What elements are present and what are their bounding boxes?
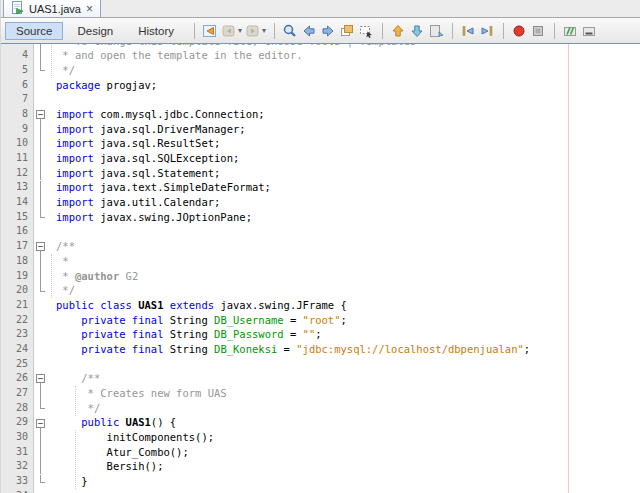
code-line[interactable] (47, 92, 640, 107)
code-line[interactable]: /** (47, 239, 640, 254)
chevron-down-icon[interactable]: ▾ (238, 26, 242, 35)
code-line[interactable]: import java.sql.Statement; (47, 166, 640, 181)
code-line[interactable]: */ (47, 283, 640, 298)
line-number[interactable]: 16 (1, 224, 33, 239)
tab-uas1-java[interactable]: UAS1.java × (3, 0, 101, 17)
code-line[interactable]: public class UAS1 extends javax.swing.JF… (47, 298, 640, 313)
back-icon (220, 22, 238, 40)
code-line[interactable]: */ (47, 401, 640, 416)
line-number[interactable]: 26 (1, 371, 33, 386)
line-number[interactable]: 19 (1, 269, 33, 284)
previous-bookmark-icon[interactable] (389, 22, 407, 40)
code-line[interactable] (47, 357, 640, 372)
code-line[interactable]: import java.sql.SQLException; (47, 151, 640, 166)
line-number[interactable]: 11 (1, 151, 33, 166)
history-view-button[interactable]: History (127, 22, 185, 40)
line-number[interactable]: 14 (1, 195, 33, 210)
code-line[interactable]: private final String DB_Koneksi = "jdbc:… (47, 342, 640, 357)
shift-right-icon[interactable] (478, 22, 496, 40)
code-area[interactable]: * To change this template file, choose T… (47, 44, 640, 493)
code-line[interactable]: import java.text.SimpleDateFormat; (47, 180, 640, 195)
code-line[interactable]: * @author G2 (47, 269, 640, 284)
fold-guide-mark (40, 136, 41, 151)
line-number[interactable]: 31 (1, 445, 33, 460)
code-token: * (56, 255, 69, 267)
rectangular-selection-icon[interactable] (357, 22, 375, 40)
line-number[interactable]: 33 (1, 474, 33, 489)
line-number[interactable]: 22 (1, 313, 33, 328)
highlight-search-icon[interactable] (338, 22, 356, 40)
line-number-gutter[interactable]: 3456789101112131415161718192021222324252… (1, 44, 34, 493)
code-line[interactable]: /** (47, 371, 640, 386)
code-line[interactable]: Atur_Combo(); (47, 445, 640, 460)
chevron-down-icon[interactable]: ▾ (262, 26, 266, 35)
line-number[interactable]: 30 (1, 430, 33, 445)
code-line[interactable]: * Creates new form UAS (47, 386, 640, 401)
find-previous-icon[interactable] (300, 22, 318, 40)
source-editor[interactable]: 3456789101112131415161718192021222324252… (1, 44, 640, 493)
fold-collapse-box[interactable]: − (36, 242, 45, 251)
comment-icon[interactable] (561, 22, 579, 40)
source-view-button[interactable]: Source (5, 22, 63, 40)
last-edit-icon[interactable] (201, 22, 219, 40)
line-number[interactable]: 8 (1, 107, 33, 122)
line-number[interactable]: 5 (1, 63, 33, 78)
line-number[interactable]: 32 (1, 459, 33, 474)
uncomment-icon[interactable] (580, 22, 598, 40)
line-number[interactable]: 27 (1, 386, 33, 401)
code-line[interactable]: import java.sql.DriverManager; (47, 122, 640, 137)
fold-collapse-box[interactable]: − (36, 110, 45, 119)
line-number[interactable]: 20 (1, 283, 33, 298)
code-line[interactable]: private final String DB_Username = "root… (47, 313, 640, 328)
record-macro-icon[interactable] (510, 22, 528, 40)
code-token: * (56, 270, 75, 282)
toolbar-separator (452, 23, 453, 39)
code-token: */ (56, 284, 75, 296)
code-line[interactable]: import java.util.Calendar; (47, 195, 640, 210)
code-line[interactable]: import com.mysql.jdbc.Connection; (47, 107, 640, 122)
line-number[interactable]: 7 (1, 92, 33, 107)
find-next-icon[interactable] (319, 22, 337, 40)
line-number[interactable]: 21 (1, 298, 33, 313)
code-line[interactable]: } (47, 474, 640, 489)
fold-collapse-box[interactable]: − (36, 374, 45, 383)
code-line[interactable]: initComponents(); (47, 430, 640, 445)
line-number[interactable]: 29 (1, 415, 33, 430)
line-number[interactable]: 10 (1, 136, 33, 151)
line-number[interactable]: 13 (1, 180, 33, 195)
design-view-button[interactable]: Design (66, 22, 124, 40)
line-number[interactable]: 6 (1, 78, 33, 93)
line-number[interactable]: 28 (1, 401, 33, 416)
line-number[interactable]: 25 (1, 357, 33, 372)
toggle-bookmark-icon[interactable] (427, 22, 445, 40)
code-line[interactable]: Bersih(); (47, 459, 640, 474)
shift-left-icon[interactable] (459, 22, 477, 40)
line-number[interactable]: 12 (1, 166, 33, 181)
toolbar-separator (503, 23, 504, 39)
line-number[interactable]: 18 (1, 254, 33, 269)
code-token: UAS1 (126, 416, 151, 428)
find-icon[interactable] (281, 22, 299, 40)
fold-collapse-box[interactable]: − (36, 419, 45, 428)
line-number[interactable]: 34 (1, 489, 33, 493)
code-line[interactable] (47, 489, 640, 493)
code-line[interactable]: import javax.swing.JOptionPane; (47, 210, 640, 225)
code-line[interactable]: * and open the template in the editor. (47, 48, 640, 63)
line-number[interactable]: 15 (1, 210, 33, 225)
stop-macro-icon[interactable] (529, 22, 547, 40)
line-number[interactable]: 17 (1, 239, 33, 254)
line-number[interactable]: 4 (1, 48, 33, 63)
code-line[interactable]: package progjav; (47, 78, 640, 93)
code-fold-column[interactable]: −−−− (34, 44, 47, 493)
code-line[interactable]: * (47, 254, 640, 269)
code-line[interactable]: import java.sql.ResultSet; (47, 136, 640, 151)
next-bookmark-icon[interactable] (408, 22, 426, 40)
line-number[interactable]: 23 (1, 327, 33, 342)
line-number[interactable]: 9 (1, 122, 33, 137)
close-icon[interactable]: × (86, 4, 93, 14)
code-line[interactable]: public UAS1() { (47, 415, 640, 430)
code-line[interactable]: */ (47, 63, 640, 78)
code-line[interactable]: private final String DB_Password = ""; (47, 327, 640, 342)
line-number[interactable]: 24 (1, 342, 33, 357)
code-line[interactable] (47, 224, 640, 239)
